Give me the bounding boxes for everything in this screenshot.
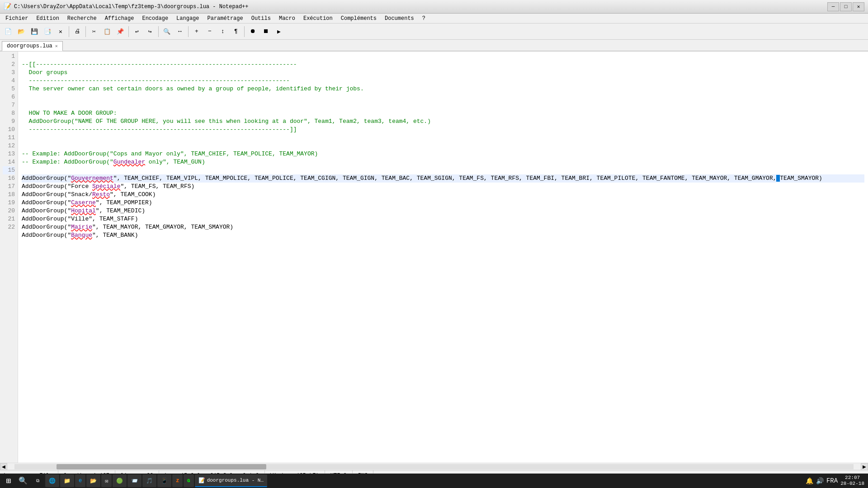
menu-encodage[interactable]: Encodage [138, 14, 172, 23]
menu-langage[interactable]: Langage [173, 14, 203, 23]
mail-icon: ✉ [105, 478, 108, 484]
taskbar-notepad-active[interactable]: 📝 doorgroups.lua - N… [195, 474, 267, 487]
titlebar-title: C:\Users\DrayZor\AppData\Local\Temp\fz3t… [14, 4, 248, 10]
line-num-9: 9 [3, 117, 15, 126]
app2-icon: 📱 [161, 478, 168, 484]
system-clock[interactable]: 22:07 28-02-18 [840, 475, 864, 487]
tray-network[interactable]: 🔔 [806, 477, 813, 485]
menu-outils[interactable]: Outils [248, 14, 274, 23]
sync-scroll-button[interactable]: ↕ [217, 25, 229, 38]
taskbar-bird[interactable]: 📨 [127, 474, 142, 487]
line-num-12: 12 [3, 142, 15, 150]
start-button[interactable]: ⊞ [2, 474, 15, 487]
undo-button[interactable]: ↩ [131, 25, 143, 38]
taskbar-edge[interactable]: 🌐 [45, 474, 59, 487]
line-num-3: 3 [3, 69, 15, 77]
taskbar-explorer[interactable]: 📁 [60, 474, 74, 487]
taskbar-game[interactable]: G [184, 474, 194, 487]
copy-button[interactable]: 📋 [101, 25, 113, 38]
find-button[interactable]: 🔍 [160, 25, 173, 38]
sep3 [128, 26, 129, 37]
line-num-11: 11 [3, 134, 15, 142]
tab-label: doorgroups.lua [7, 43, 52, 49]
chrome-icon: 🟢 [116, 478, 123, 484]
menu-complements[interactable]: Compléments [337, 14, 380, 23]
close-button[interactable]: ✕ [853, 2, 864, 11]
line-num-15: 15 [3, 166, 15, 174]
menu-affichage[interactable]: Affichage [101, 14, 138, 23]
save-button[interactable]: 💾 [28, 25, 41, 38]
new-button[interactable]: 📄 [2, 25, 14, 38]
code-editor[interactable]: --[[------------------------------------… [18, 52, 868, 463]
sep4 [158, 26, 159, 37]
notepad-taskbar-label: doorgroups.lua - N… [207, 478, 264, 483]
menu-parametrage[interactable]: Paramétrage [204, 14, 247, 23]
line-num-14: 14 [3, 158, 15, 166]
taskbar: ⊞ 🔍 ⧉ 🌐 📁 e 📂 ✉ 🟢 📨 🎵 📱 Z G 📝 doorgroups… [0, 474, 868, 488]
sep5 [188, 26, 189, 37]
menu-help[interactable]: ? [419, 14, 429, 23]
sep1 [69, 26, 69, 37]
line-num-20: 20 [3, 207, 15, 215]
menu-fichier[interactable]: Fichier [2, 14, 32, 23]
save-all-button[interactable]: 📑 [41, 25, 54, 38]
bird-icon: 📨 [131, 478, 138, 484]
taskbar-ie[interactable]: e [75, 474, 85, 487]
macro-stop-button[interactable]: ⏹ [259, 25, 272, 38]
minimize-button[interactable]: ─ [827, 2, 839, 11]
print-button[interactable]: 🖨 [71, 25, 84, 38]
open-button[interactable]: 📂 [15, 25, 28, 38]
taskview-button[interactable]: ⧉ [31, 474, 44, 487]
menu-macro[interactable]: Macro [275, 14, 299, 23]
line-num-13: 13 [3, 150, 15, 158]
redo-button[interactable]: ↪ [144, 25, 156, 38]
line-num-1: 1 [3, 52, 15, 61]
line-num-10: 10 [3, 126, 15, 134]
taskbar-app1[interactable]: 🎵 [142, 474, 156, 487]
scroll-right-btn[interactable]: ▶ [861, 463, 868, 470]
scrollbar-thumb[interactable] [57, 464, 266, 469]
tray-volume[interactable]: 🔊 [816, 477, 824, 485]
taskbar-mail[interactable]: ✉ [101, 474, 112, 487]
macro-play-button[interactable]: ▶ [273, 25, 285, 38]
taskbar-app2[interactable]: 📱 [157, 474, 171, 487]
line-num-17: 17 [3, 183, 15, 191]
toolbar: 📄 📂 💾 📑 ✕ 🖨 ✂ 📋 📌 ↩ ↪ 🔍 ↔ + − ↕ ¶ ⏺ ⏹ ▶ [0, 23, 868, 40]
wrap-button[interactable]: ¶ [230, 25, 242, 38]
line-num-4: 4 [3, 77, 15, 85]
scrollbar-horizontal[interactable]: ◀ ▶ [0, 463, 868, 470]
search-button[interactable]: 🔍 [16, 474, 30, 487]
cut-button[interactable]: ✂ [88, 25, 100, 38]
zoom-in-button[interactable]: + [190, 25, 203, 38]
tab-close-icon[interactable]: ✕ [55, 43, 58, 49]
taskbar-ftp[interactable]: Z [172, 474, 183, 487]
taskbar-right: 🔔 🔊 FRA 22:07 28-02-18 [806, 475, 866, 487]
menu-documents[interactable]: Documents [381, 14, 418, 23]
line-num-21: 21 [3, 215, 15, 223]
sep2 [85, 26, 86, 37]
taskbar-folder[interactable]: 📂 [86, 474, 100, 487]
close-button-tb[interactable]: ✕ [54, 25, 67, 38]
menu-recherche[interactable]: Recherche [64, 14, 100, 23]
replace-button[interactable]: ↔ [174, 25, 186, 38]
line-num-8: 8 [3, 109, 15, 117]
tab-doorgroups[interactable]: doorgroups.lua ✕ [2, 41, 63, 51]
folder-icon: 📂 [90, 478, 97, 484]
ie-icon: e [79, 478, 82, 484]
menu-execution[interactable]: Exécution [300, 14, 336, 23]
edge-icon: 🌐 [49, 478, 56, 484]
tray-language[interactable]: FRA [826, 477, 838, 484]
line-num-7: 7 [3, 101, 15, 109]
line-num-18: 18 [3, 191, 15, 199]
taskbar-chrome[interactable]: 🟢 [113, 474, 127, 487]
titlebar: 📝 C:\Users\DrayZor\AppData\Local\Temp\fz… [0, 0, 868, 14]
line-num-16: 16 [3, 174, 15, 183]
scroll-left-btn[interactable]: ◀ [0, 463, 7, 470]
titlebar-controls: ─ □ ✕ [827, 2, 864, 11]
menu-edition[interactable]: Edition [33, 14, 62, 23]
maximize-button[interactable]: □ [840, 2, 852, 11]
zoom-out-button[interactable]: − [203, 25, 216, 38]
paste-button[interactable]: 📌 [114, 25, 127, 38]
sep6 [244, 26, 245, 37]
macro-rec-button[interactable]: ⏺ [246, 25, 259, 38]
